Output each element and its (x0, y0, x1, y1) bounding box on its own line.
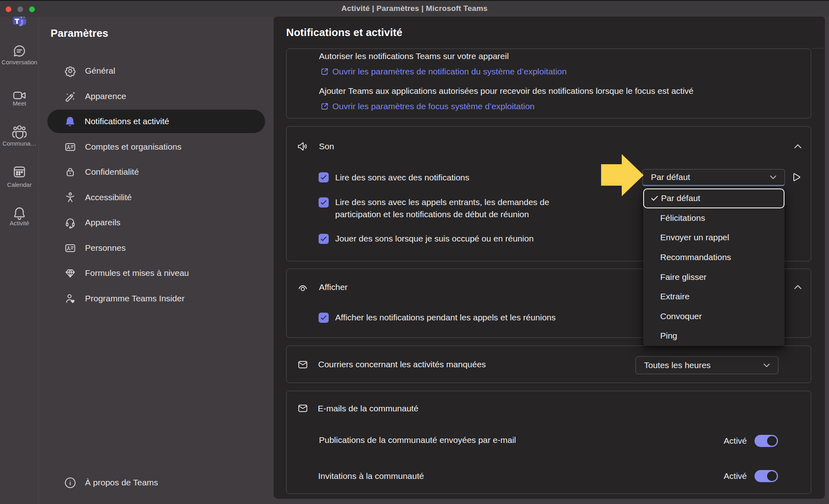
menu-option-convoquer[interactable]: Convoquer (643, 307, 784, 326)
menu-option-label: Recommandations (660, 252, 731, 262)
checkbox-label: Lire des sons avec des notifications (335, 172, 470, 184)
checkmark-icon (320, 235, 327, 243)
menu-option-felicitations[interactable]: Félicitations (643, 208, 784, 228)
rail-item-activity[interactable]: Activité (0, 205, 39, 227)
main-panel: Notifications et activité Autoriser les … (274, 17, 825, 499)
community-invites-toggle[interactable] (755, 470, 778, 482)
community-emails-card: E-mails de la communauté Publications de… (286, 391, 811, 494)
chevron-up-icon (793, 141, 803, 152)
sidebar-item-label: Appareils (85, 218, 121, 227)
lock-icon (64, 166, 76, 178)
sidebar-item-label: Confidentialité (85, 167, 139, 177)
open-focus-settings-link[interactable]: Ouvrir les paramètres de focus système d… (320, 101, 535, 112)
rail-item-conversation[interactable]: Conversation (0, 43, 39, 66)
rail-item-communities[interactable]: Communa… (0, 124, 39, 147)
sidebar-item-label: À propos de Teams (85, 478, 158, 487)
sidebar-item-plans[interactable]: Formules et mises à niveau (47, 261, 265, 285)
accessibility-icon (64, 192, 76, 203)
menu-option-faire-glisser[interactable]: Faire glisser (643, 267, 784, 287)
display-notifications-checkbox[interactable] (319, 313, 329, 323)
missed-activity-label: Courriers concernant les activités manqu… (318, 360, 486, 369)
menu-option-label: Extraire (660, 292, 689, 301)
sidebar-item-people[interactable]: Personnes (47, 236, 265, 260)
checkbox-label: Jouer des sons lorsque je suis occupé ou… (335, 233, 534, 245)
contact-card-icon (64, 141, 76, 153)
sidebar-item-label: Général (85, 66, 115, 76)
collapse-sound-button[interactable] (790, 138, 806, 155)
header-divider (811, 48, 825, 49)
settings-heading: Paramètres (51, 27, 108, 40)
checkmark-icon (320, 174, 327, 181)
menu-option-par-defaut[interactable]: Par défaut (643, 188, 784, 208)
menu-option-extraire[interactable]: Extraire (643, 287, 784, 307)
select-value: Par défaut (651, 172, 768, 182)
menu-option-ping[interactable]: Ping (643, 326, 784, 346)
app-body: Conversation Meet Communa… (0, 17, 829, 504)
sound-busy-checkbox[interactable] (319, 234, 329, 244)
sidebar-item-devices[interactable]: Appareils (47, 211, 265, 234)
rail-item-label: Activité (0, 220, 39, 227)
sidebar-item-label: Personnes (85, 243, 125, 253)
sidebar-item-about[interactable]: À propos de Teams (47, 471, 265, 494)
rail-item-label: Conversation (0, 59, 39, 66)
menu-option-recommandations[interactable]: Recommandations (643, 248, 784, 267)
rail-item-label: Meet (0, 100, 39, 107)
menu-option-envoyer-un-rappel[interactable]: Envoyer un rappel (643, 228, 784, 248)
toggle-state-label: Activé (724, 470, 747, 482)
rail-item-meet[interactable]: Meet (0, 88, 39, 107)
sidebar-item-insider[interactable]: Programme Teams Insider (47, 287, 265, 310)
community-posts-toggle[interactable] (755, 435, 778, 447)
sidebar-item-label: Apparence (85, 91, 126, 101)
external-link-icon (320, 102, 329, 111)
play-sound-button[interactable] (788, 169, 804, 185)
title-bar: Activité | Paramètres | Microsoft Teams (0, 0, 829, 17)
missed-activity-select[interactable]: Toutes les heures (636, 356, 778, 374)
page-title: Notifications et activité (286, 26, 402, 39)
sound-notifications-checkbox[interactable] (319, 172, 329, 182)
checkbox-label-line: Lire des sons avec les appels entrants, … (335, 196, 549, 208)
eye-icon (298, 283, 308, 293)
sound-calls-checkbox[interactable] (319, 197, 329, 208)
checkbox-label-line: participation et les notifications de dé… (335, 208, 549, 220)
bell-filled-icon (64, 116, 76, 127)
open-notification-settings-link[interactable]: Ouvrir les paramètres de notification du… (320, 66, 567, 77)
chat-icon (11, 43, 28, 59)
checkbox-label: Lire des sons avec les appels entrants, … (335, 196, 549, 220)
person-heart-icon (64, 293, 76, 305)
allow-notifications-text: Autoriser les notifications Teams sur vo… (319, 51, 509, 61)
play-icon (790, 171, 803, 184)
highlight-arrow (599, 153, 644, 199)
teams-logo (13, 17, 26, 30)
sidebar-item-label: Notifications et activité (85, 116, 169, 126)
bell-icon (12, 205, 27, 221)
gear-icon (64, 65, 76, 77)
allow-focus-text: Ajouter Teams aux applications autorisée… (319, 85, 693, 96)
sidebar-item-label: Accessibilité (85, 193, 132, 202)
mail-icon (298, 360, 308, 369)
toggle-knob (767, 471, 777, 481)
sidebar-item-accessibility[interactable]: Accessibilité (47, 186, 265, 209)
collapse-display-button[interactable] (790, 279, 806, 295)
checkmark-icon (320, 314, 327, 322)
diamond-icon (64, 267, 76, 279)
settings-sidebar: Paramètres Général Apparence (39, 17, 274, 504)
sidebar-item-appearance[interactable]: Apparence (47, 85, 265, 108)
teams-settings-window: Activité | Paramètres | Microsoft Teams (0, 0, 829, 504)
menu-option-label: Faire glisser (660, 272, 706, 282)
sidebar-item-notifications[interactable]: Notifications et activité (47, 110, 265, 133)
rail-item-label: Calendar (0, 182, 39, 188)
notification-sound-select[interactable]: Par défaut (642, 169, 785, 186)
select-value: Toutes les heures (644, 360, 762, 370)
mail-icon (298, 404, 308, 413)
checkbox-label: Afficher les notifications pendant les a… (335, 311, 556, 324)
contact-card-icon (64, 242, 76, 254)
chevron-down-icon (768, 172, 778, 182)
sidebar-item-privacy[interactable]: Confidentialité (47, 160, 265, 184)
rail-item-calendar[interactable]: Calendar (0, 164, 39, 188)
menu-option-label: Ping (660, 331, 677, 341)
community-posts-label: Publications de la communauté envoyées p… (319, 434, 516, 445)
info-icon (64, 477, 76, 489)
community-invites-label: Invitations à la communauté (318, 470, 424, 481)
sidebar-item-general[interactable]: Général (47, 59, 265, 83)
sidebar-item-accounts[interactable]: Comptes et organisations (47, 135, 265, 159)
